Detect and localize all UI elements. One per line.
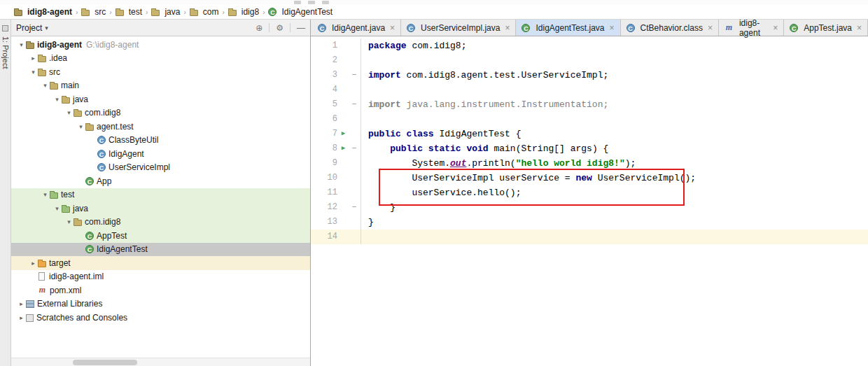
tree-item-IdigAgent[interactable]: CIdigAgent	[11, 147, 310, 161]
code-token: UserServiceImpl userService =	[368, 173, 575, 183]
chevron-expanded-icon[interactable]: ▾	[64, 218, 74, 225]
tree-item-.idea[interactable]: ▸.idea	[11, 52, 310, 66]
chevron-collapsed-icon[interactable]: ▸	[29, 55, 38, 62]
tree-item-test[interactable]: ▾test	[11, 188, 310, 202]
tree-item-agent.test[interactable]: ▾agent.test	[11, 120, 310, 134]
tab-label: CtBehavior.class	[640, 23, 703, 33]
gutter: 11	[311, 185, 361, 200]
breadcrumb-item-test[interactable]: test	[114, 7, 144, 17]
close-icon[interactable]: ×	[505, 23, 510, 33]
chevron-expanded-icon[interactable]: ▾	[64, 109, 74, 116]
maven-blue-icon: m	[724, 23, 734, 32]
tree-item-ClassByteUtil[interactable]: CClassByteUtil	[11, 134, 310, 148]
tool-window-stripe: 1: Project	[0, 20, 11, 366]
maven-icon: m	[38, 286, 47, 295]
tree-item-AppTest[interactable]: CAppTest	[11, 229, 310, 243]
tree-item-label: Scratches and Consoles	[36, 313, 127, 323]
code-line-2[interactable]: 2	[311, 53, 868, 68]
editor-tab-AppTest.java[interactable]: CAppTest.java×	[784, 20, 868, 36]
breadcrumb-item-idig8-agent[interactable]: idig8-agent	[13, 7, 74, 17]
tree-item-IdigAgentTest[interactable]: CIdigAgentTest	[11, 243, 310, 257]
code-line-3[interactable]: 3−import com.idig8.agent.test.UserServic…	[311, 68, 868, 83]
tree-item-label: External Libraries	[37, 299, 102, 309]
project-tool-window-icon[interactable]	[2, 25, 8, 31]
chevron-expanded-icon[interactable]: ▾	[17, 41, 26, 48]
chevron-expanded-icon[interactable]: ▾	[41, 191, 50, 198]
chevron-collapsed-icon[interactable]: ▸	[17, 300, 26, 307]
close-icon[interactable]: ×	[610, 23, 615, 33]
code-line-10[interactable]: 10 UserServiceImpl userService = new Use…	[311, 171, 868, 185]
horizontal-scrollbar[interactable]	[11, 358, 310, 366]
code-line-12[interactable]: 12− }	[311, 200, 868, 215]
folder-icon	[228, 10, 237, 16]
run-icon[interactable]: ▶	[337, 141, 349, 156]
toolbar-icon-fragment	[322, 1, 329, 4]
close-icon[interactable]: ×	[857, 23, 862, 33]
fold-icon[interactable]: −	[349, 97, 359, 112]
hide-panel-icon[interactable]: —	[297, 23, 305, 33]
tree-item-target[interactable]: ▸target	[11, 256, 310, 270]
close-icon[interactable]: ×	[390, 23, 395, 33]
run-icon[interactable]: ▶	[337, 127, 349, 141]
editor-tab-IdigAgent.java[interactable]: CIdigAgent.java×	[312, 20, 401, 36]
editor-tab-CtBehavior.class[interactable]: CCtBehavior.class×	[621, 20, 719, 36]
chevron-expanded-icon[interactable]: ▾	[41, 82, 50, 89]
class-blue-icon: C	[97, 150, 106, 158]
tree-item-idig8-agent[interactable]: ▾idig8-agentG:\idig8-agent	[11, 38, 310, 52]
tree-item-java[interactable]: ▾java	[11, 202, 310, 216]
breadcrumb-item-IdigAgentTest[interactable]: CIdigAgentTest	[267, 7, 334, 17]
settings-gear-icon[interactable]: ⚙	[276, 23, 284, 33]
chevron-expanded-icon[interactable]: ▾	[29, 69, 38, 76]
line-number: 9	[311, 156, 337, 171]
tree-item-com.idig8[interactable]: ▾com.idig8	[11, 216, 310, 230]
breadcrumb-item-com[interactable]: com	[188, 7, 220, 17]
chevron-expanded-icon[interactable]: ▾	[76, 123, 85, 130]
close-icon[interactable]: ×	[773, 23, 778, 33]
breadcrumb-item-java[interactable]: java	[150, 7, 181, 17]
code-line-4[interactable]: 4	[311, 83, 868, 97]
tree-item-UserServiceImpl[interactable]: CUserServiceImpl	[11, 161, 310, 175]
tree-item-idig8-agent.iml[interactable]: idig8-agent.iml	[11, 270, 310, 284]
tree-item-Scratches and Consoles[interactable]: ▸Scratches and Consoles	[11, 311, 310, 325]
code-line-6[interactable]: 6	[311, 112, 868, 127]
tree-item-src[interactable]: ▾src	[11, 65, 310, 79]
code-line-8[interactable]: 8▶− public static void main(String[] arg…	[311, 141, 868, 156]
fold-icon[interactable]: −	[349, 141, 359, 156]
tree-item-pom.xml[interactable]: mpom.xml	[11, 283, 310, 297]
project-header-actions: ⊕ ⚙ —	[255, 23, 305, 33]
breadcrumb-item-src[interactable]: src	[80, 7, 107, 17]
chevron-collapsed-icon[interactable]: ▸	[29, 260, 38, 267]
locate-icon[interactable]: ⊕	[255, 23, 262, 33]
tree-item-label: src	[49, 67, 60, 77]
fold-icon[interactable]: −	[349, 200, 359, 215]
tree-item-java[interactable]: ▾java	[11, 92, 310, 106]
code-token: public static void	[390, 143, 493, 154]
fold-icon[interactable]: −	[349, 68, 359, 83]
tree-item-App[interactable]: CApp	[11, 174, 310, 188]
code-line-13[interactable]: 13}	[311, 215, 868, 230]
breadcrumb-label: idig8-agent	[27, 7, 72, 17]
code-line-1[interactable]: 1package com.idig8;	[311, 38, 868, 53]
code-line-11[interactable]: 11 userService.hello();	[311, 185, 868, 200]
scrollbar-thumb[interactable]	[73, 360, 137, 365]
chevron-expanded-icon[interactable]: ▾	[52, 205, 62, 212]
tree-item-External Libraries[interactable]: ▸External Libraries	[11, 297, 310, 311]
code-line-9[interactable]: 9 System.out.println("hello world idig8!…	[311, 156, 868, 171]
code-line-5[interactable]: 5−import java.lang.instrument.Instrument…	[311, 97, 868, 112]
scratches-icon	[26, 314, 34, 322]
tree-item-com.idig8[interactable]: ▾com.idig8	[11, 106, 310, 120]
code-token: userService.hello();	[368, 188, 521, 198]
breadcrumb-item-idig8[interactable]: idig8	[227, 7, 260, 17]
editor-tab-IdigAgentTest.java[interactable]: CIdigAgentTest.java×	[516, 20, 620, 36]
chevron-collapsed-icon[interactable]: ▸	[17, 314, 26, 321]
code-line-7[interactable]: 7▶public class IdigAgentTest {	[311, 127, 868, 141]
editor-tab-UserServiceImpl.java[interactable]: CUserServiceImpl.java×	[401, 20, 516, 36]
chevron-expanded-icon[interactable]: ▾	[52, 96, 62, 103]
project-stripe-label[interactable]: 1: Project	[1, 36, 10, 69]
editor-tab-idig8-agent[interactable]: midig8-agent×	[719, 20, 784, 36]
project-view-title[interactable]: Project	[16, 23, 42, 33]
chevron-down-icon[interactable]: ▾	[45, 24, 48, 31]
code-line-14[interactable]: 14	[311, 230, 868, 244]
close-icon[interactable]: ×	[708, 23, 713, 33]
tree-item-main[interactable]: ▾main	[11, 79, 310, 93]
